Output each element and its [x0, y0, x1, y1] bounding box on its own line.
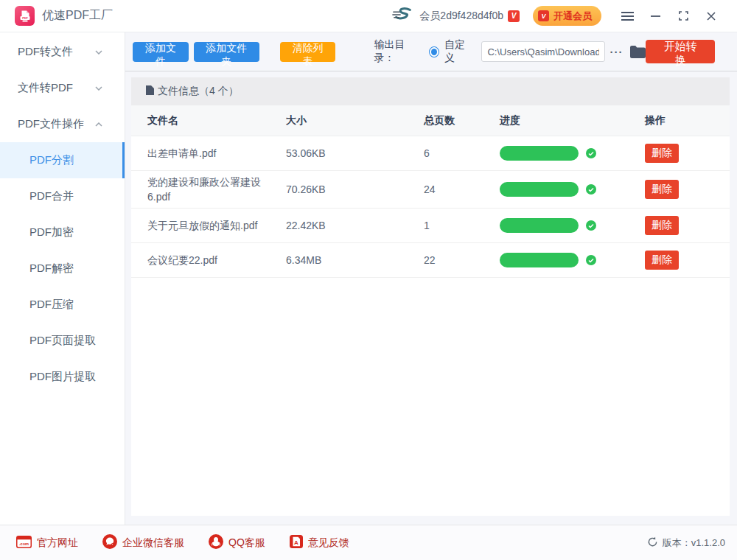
- progress-cell: [500, 218, 645, 233]
- sidebar: PDF转文件 文件转PDF PDF文件操作 PDF分割 PDF合并 PDF加密: [0, 32, 125, 525]
- custom-output-radio[interactable]: 自定义: [429, 38, 472, 65]
- file-name: 会议纪要22.pdf: [147, 253, 286, 267]
- browse-more-button[interactable]: ···: [609, 46, 623, 58]
- maximize-button[interactable]: [674, 7, 693, 26]
- delete-button[interactable]: 删除: [645, 180, 679, 199]
- check-circle-icon: [586, 184, 596, 195]
- footer-bar: .com 官方网址 企业微信客服: [0, 525, 737, 560]
- svg-text:.com: .com: [19, 542, 29, 546]
- custom-radio-label: 自定义: [444, 38, 472, 65]
- member-avatar-icon: [391, 7, 413, 26]
- wechat-service-icon: [102, 534, 117, 551]
- delete-button[interactable]: 删除: [645, 216, 679, 235]
- sidebar-item-label: PDF合并: [29, 189, 74, 203]
- open-vip-button[interactable]: V 开通会员: [533, 6, 601, 26]
- version-info: 版本：v1.1.2.0: [647, 536, 725, 550]
- add-folder-button[interactable]: 添加文件夹: [194, 42, 259, 62]
- clear-list-button[interactable]: 清除列表: [280, 42, 336, 62]
- official-website-link[interactable]: .com 官方网址: [16, 536, 78, 550]
- toolbar: 添加文件 添加文件夹 清除列表 输出目录： 自定义 ··· 开始转换: [125, 32, 737, 71]
- close-button[interactable]: [702, 7, 721, 26]
- app-title: 优速PDF工厂: [42, 8, 113, 24]
- menu-button[interactable]: [618, 7, 637, 26]
- check-circle-icon: [586, 255, 596, 265]
- column-header-progress: 进度: [500, 114, 645, 127]
- sidebar-group-file-to-pdf[interactable]: 文件转PDF: [0, 70, 125, 106]
- sidebar-item-label: PDF图片提取: [29, 370, 96, 384]
- feedback-label: 意见反馈: [308, 536, 349, 550]
- vip-icon: V: [538, 10, 549, 21]
- file-info-header: 文件信息（4 个）: [131, 77, 730, 105]
- chevron-down-icon: [95, 86, 102, 91]
- sidebar-group-pdf-to-file[interactable]: PDF转文件: [0, 34, 125, 70]
- chevron-down-icon: [95, 50, 102, 55]
- column-header-actions: 操作: [645, 114, 730, 127]
- qq-service-label: QQ客服: [228, 536, 265, 550]
- start-convert-button[interactable]: 开始转换: [646, 40, 715, 63]
- radio-selected-icon: [429, 46, 439, 57]
- chevron-up-icon: [95, 122, 102, 127]
- file-size: 70.26KB: [286, 183, 424, 195]
- progress-cell: [500, 146, 645, 161]
- open-folder-button[interactable]: [630, 46, 646, 58]
- file-size: 53.06KB: [286, 147, 424, 159]
- file-list-panel: 文件信息（4 个） 文件名 大小 总页数 进度 操作 出差申请单.pdf 53.…: [131, 77, 730, 516]
- progress-bar: [500, 218, 579, 233]
- official-website-label: 官方网址: [37, 536, 78, 550]
- sidebar-item-pdf-split[interactable]: PDF分割: [0, 142, 125, 178]
- title-bar: PDF 优速PDF工厂 会员2d9f428d4f0b V V 开通会员: [0, 0, 737, 32]
- sidebar-item-label: PDF压缩: [29, 298, 74, 312]
- table-row: 党的建设和廉政公署建设6.pdf 70.26KB 24 删除: [131, 171, 730, 209]
- check-update-icon[interactable]: [647, 536, 658, 550]
- sidebar-group-label: PDF转文件: [18, 45, 73, 59]
- sidebar-item-label: PDF页面提取: [29, 334, 96, 348]
- sidebar-item-pdf-image-extract[interactable]: PDF图片提取: [0, 359, 125, 395]
- sidebar-item-pdf-page-extract[interactable]: PDF页面提取: [0, 323, 125, 359]
- delete-button[interactable]: 删除: [645, 144, 679, 163]
- open-vip-label: 开通会员: [553, 10, 592, 23]
- table-row: 会议纪要22.pdf 6.34MB 22 删除: [131, 243, 730, 278]
- wechat-service-link[interactable]: 企业微信客服: [102, 534, 184, 551]
- add-file-button[interactable]: 添加文件: [133, 42, 189, 62]
- progress-cell: [500, 182, 645, 197]
- qq-service-link[interactable]: QQ客服: [209, 534, 265, 551]
- sidebar-group-label: PDF文件操作: [18, 117, 84, 131]
- feedback-link[interactable]: A 意见反馈: [290, 535, 349, 550]
- sidebar-item-pdf-compress[interactable]: PDF压缩: [0, 287, 125, 323]
- table-header-row: 文件名 大小 总页数 进度 操作: [131, 105, 730, 136]
- qq-service-icon: [209, 534, 223, 551]
- file-name: 党的建设和廉政公署建设6.pdf: [147, 175, 286, 204]
- output-path-input[interactable]: [481, 41, 605, 62]
- member-account[interactable]: 会员2d9f428d4f0b V: [391, 7, 520, 26]
- check-circle-icon: [586, 220, 596, 231]
- column-header-filename: 文件名: [147, 114, 286, 127]
- member-id-label: 会员2d9f428d4f0b: [419, 10, 503, 23]
- website-icon: .com: [16, 536, 32, 550]
- check-circle-icon: [586, 148, 596, 158]
- version-label: 版本：v1.1.2.0: [663, 536, 725, 550]
- delete-button[interactable]: 删除: [645, 251, 679, 270]
- table-row: 关于元旦放假的通知.pdf 22.42KB 1 删除: [131, 209, 730, 243]
- feedback-icon: A: [290, 535, 303, 550]
- app-logo-icon: PDF: [15, 6, 35, 26]
- file-size: 6.34MB: [286, 254, 424, 266]
- app-window: PDF 优速PDF工厂 会员2d9f428d4f0b V V 开通会员: [0, 0, 737, 560]
- sidebar-item-pdf-merge[interactable]: PDF合并: [0, 178, 125, 214]
- sidebar-item-pdf-decrypt[interactable]: PDF解密: [0, 251, 125, 287]
- file-name: 出差申请单.pdf: [147, 146, 286, 161]
- document-icon: [146, 85, 154, 97]
- file-pages: 1: [424, 220, 500, 231]
- sidebar-group-label: 文件转PDF: [18, 81, 73, 95]
- progress-cell: [500, 253, 645, 267]
- sidebar-item-label: PDF解密: [29, 262, 74, 276]
- sidebar-item-label: PDF分割: [29, 153, 74, 167]
- wechat-service-label: 企业微信客服: [122, 536, 184, 550]
- content-area: 文件信息（4 个） 文件名 大小 总页数 进度 操作 出差申请单.pdf 53.…: [125, 71, 737, 525]
- svg-text:PDF: PDF: [22, 16, 28, 19]
- sidebar-group-pdf-operations[interactable]: PDF文件操作: [0, 106, 125, 142]
- file-size: 22.42KB: [286, 220, 424, 231]
- output-dir-label: 输出目录：: [374, 38, 422, 65]
- minimize-button[interactable]: [646, 7, 665, 26]
- vip-badge-icon: V: [508, 10, 520, 22]
- sidebar-item-pdf-encrypt[interactable]: PDF加密: [0, 214, 125, 251]
